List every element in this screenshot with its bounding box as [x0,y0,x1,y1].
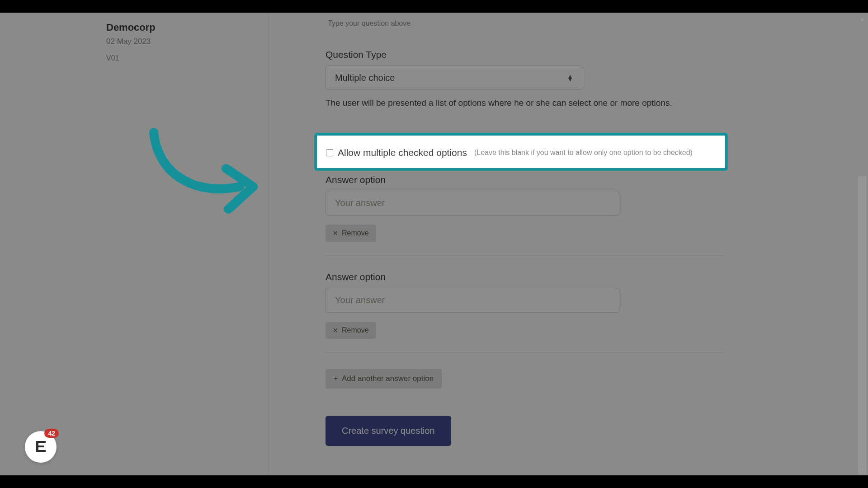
chat-logo-icon [32,438,49,455]
survey-date: 02 May 2023 [106,37,269,46]
remove-label: Remove [342,229,369,237]
create-question-button[interactable]: Create survey question [326,416,451,446]
main-content: Type your question above Question Type M… [269,13,868,475]
question-type-select[interactable]: Multiple choice [326,66,583,90]
sidebar: Democorp 02 May 2023 V01 [0,13,269,475]
question-type-select-wrap: Multiple choice ▲▼ [326,66,583,90]
chat-widget: 42 [25,431,57,463]
chat-launcher-button[interactable]: 42 [25,431,57,463]
answer-option-input[interactable] [326,288,619,313]
close-icon: ✕ [333,230,338,237]
survey-version: V01 [106,54,269,62]
scroll-up-icon[interactable]: ▲ [859,15,865,22]
letterbox-top [0,0,868,13]
answer-option-label: Answer option [326,174,619,185]
close-icon: ✕ [333,327,338,334]
allow-multiple-label: Allow multiple checked options [338,147,467,158]
remove-label: Remove [342,326,369,334]
remove-option-button[interactable]: ✕ Remove [326,225,376,242]
add-label: Add another answer option [342,374,434,383]
option-divider [326,255,723,256]
scrollbar-track[interactable] [858,176,866,474]
plus-icon: + [334,374,338,383]
option-divider [326,352,723,353]
company-title: Democorp [106,22,269,33]
chat-badge: 42 [44,429,59,438]
remove-option-button[interactable]: ✕ Remove [326,322,376,339]
letterbox-bottom [0,475,868,488]
question-type-label: Question Type [326,49,841,60]
answer-option-block-1: Answer option ✕ Remove [326,174,619,242]
question-type-description: The user will be presented a list of opt… [326,98,841,108]
answer-option-label: Answer option [326,272,619,282]
answer-option-input[interactable] [326,191,619,216]
allow-multiple-callout: Allow multiple checked options (Leave th… [314,133,728,171]
question-hint: Type your question above [328,19,841,28]
answer-option-block-2: Answer option ✕ Remove [326,272,619,339]
allow-multiple-hint: (Leave this blank if you want to allow o… [474,149,693,157]
add-option-button[interactable]: + Add another answer option [326,369,442,389]
app-viewport: Democorp 02 May 2023 V01 Type your quest… [0,13,868,475]
allow-multiple-checkbox[interactable] [326,149,333,156]
scroll-down-icon[interactable]: ▼ [859,466,865,473]
